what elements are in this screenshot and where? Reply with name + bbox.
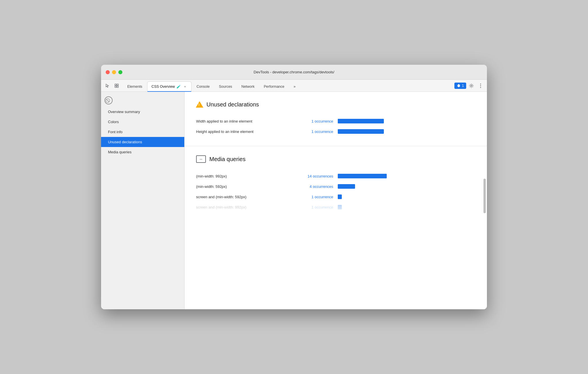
tab-css-overview-label: CSS Overview [151,85,175,89]
no-entry-icon[interactable]: ⃠ [105,96,113,104]
tab-performance[interactable]: Performance [259,81,289,91]
svg-point-6 [480,84,481,85]
svg-rect-2 [115,86,116,87]
table-row: Width applied to an inline element 1 occ… [196,116,475,126]
svg-rect-4 [458,87,459,87]
item-label: (min-width: 992px) [196,174,294,178]
unused-declarations-header: Unused declarations [196,101,475,108]
scrollbar[interactable] [483,179,486,213]
inspect-icon[interactable] [113,82,121,90]
table-row: screen and (min-width: 992px) 1 occurren… [196,202,475,212]
svg-rect-0 [115,84,116,85]
table-row: Height applied to an inline element 1 oc… [196,126,475,137]
item-occurrence[interactable]: 4 occurrences [299,184,333,189]
item-bar [338,184,355,189]
tab-network-label: Network [241,85,255,89]
item-bar-container [338,129,475,134]
tab-console-label: Console [196,85,210,89]
tab-close-icon[interactable]: × [183,84,187,89]
media-queries-header: ↔ Media queries [196,155,475,163]
item-label: (min-width: 592px) [196,184,294,189]
item-bar [338,119,384,123]
warning-icon [196,101,203,108]
sidebar-item-media-queries[interactable]: Media queries [101,147,184,157]
devtools-window: DevTools - developer.chrome.com/tags/dev… [101,65,487,309]
item-bar-container [338,194,475,199]
tab-elements-label: Elements [127,85,142,89]
tab-bar-right: 1 [452,82,485,91]
sidebar-item-font-info[interactable]: Font info [101,127,184,137]
minimize-button[interactable] [112,70,116,74]
close-button[interactable] [106,70,110,74]
svg-point-5 [471,85,472,87]
table-row: (min-width: 992px) 14 occurrences [196,171,475,181]
more-options-icon[interactable] [477,82,485,90]
sidebar: ⃠ Overview summary Colors Font info Unus… [101,92,185,309]
sidebar-item-font-info-label: Font info [108,130,123,134]
unused-declarations-section: Unused declarations Width applied to an … [185,92,487,146]
tab-bar: Elements CSS Overview 🧪 × Console Source… [101,80,487,92]
table-row: (min-width: 592px) 4 occurrences [196,181,475,192]
tab-sources-label: Sources [219,85,232,89]
sidebar-item-colors-label: Colors [108,120,119,124]
item-label: Height applied to an inline element [196,129,294,134]
item-bar-container [338,119,475,123]
maximize-button[interactable] [118,70,122,74]
content-area[interactable]: Unused declarations Width applied to an … [185,92,487,309]
table-row: screen and (min-width: 592px) 1 occurren… [196,192,475,202]
item-bar [338,205,342,209]
item-label: screen and (min-width: 592px) [196,195,294,199]
tab-console[interactable]: Console [192,81,214,91]
item-occurrence[interactable]: 1 occurrence [299,205,333,209]
sidebar-item-overview-summary-label: Overview summary [108,110,140,114]
title-bar: DevTools - developer.chrome.com/tags/dev… [101,65,487,80]
unused-declarations-title: Unused declarations [206,101,259,108]
item-label: Width applied to an inline element [196,119,294,123]
window-title: DevTools - developer.chrome.com/tags/dev… [254,70,334,74]
item-bar [338,194,342,199]
item-bar-container [338,184,475,189]
item-occurrence[interactable]: 14 occurrences [299,174,333,178]
sidebar-item-unused-declarations[interactable]: Unused declarations [101,137,184,147]
svg-point-8 [480,87,481,88]
sidebar-top: ⃠ [101,94,184,107]
settings-icon[interactable] [467,82,475,90]
sidebar-item-colors[interactable]: Colors [101,117,184,127]
arrows-icon: ↔ [196,155,206,163]
svg-rect-1 [117,84,118,85]
item-occurrence[interactable]: 1 occurrence [299,129,333,134]
tab-more-label: » [294,85,296,89]
media-queries-section: ↔ Media queries (min-width: 992px) 14 oc… [185,146,487,216]
main-area: ⃠ Overview summary Colors Font info Unus… [101,92,487,309]
item-occurrence[interactable]: 1 occurrence [299,195,333,199]
tab-css-overview[interactable]: CSS Overview 🧪 × [147,81,191,92]
tabs-list: Elements CSS Overview 🧪 × Console Source… [123,81,452,91]
sidebar-item-media-queries-label: Media queries [108,150,132,154]
item-bar-container [338,205,475,209]
css-overview-flask-icon: 🧪 [177,85,181,89]
sidebar-item-unused-declarations-label: Unused declarations [108,140,142,144]
media-queries-title: Media queries [209,156,246,163]
tab-sources[interactable]: Sources [215,81,236,91]
item-bar-container [338,174,475,178]
item-bar [338,129,384,134]
tab-network[interactable]: Network [237,81,259,91]
item-label: screen and (min-width: 992px) [196,205,294,209]
svg-rect-3 [117,86,118,87]
notification-button[interactable]: 1 [454,83,466,89]
sidebar-item-overview-summary[interactable]: Overview summary [101,107,184,117]
item-bar [338,174,387,178]
tab-more[interactable]: » [289,81,300,91]
tab-performance-label: Performance [264,85,284,89]
tab-elements[interactable]: Elements [123,81,147,91]
notification-count: 1 [462,84,464,88]
traffic-lights [106,70,122,74]
tab-bar-tools [103,82,123,91]
cursor-icon[interactable] [103,82,111,90]
item-occurrence[interactable]: 1 occurrence [299,119,333,123]
svg-point-7 [480,85,481,86]
